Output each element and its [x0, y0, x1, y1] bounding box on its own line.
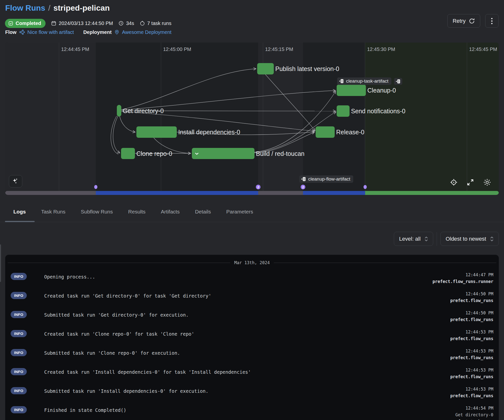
kebab-icon	[491, 18, 493, 24]
flow-link[interactable]: Nice flow with artifact	[27, 29, 74, 35]
task-node-label: Release-0	[336, 129, 364, 136]
active-tab-underline	[5, 221, 35, 222]
task-node-build-red-toucan[interactable]	[192, 148, 254, 159]
log-meta: 12:44:50 PMprefect.flow_runs	[450, 310, 493, 322]
breadcrumb: Flow Runs / striped-pelican	[5, 3, 110, 13]
tab-results[interactable]: Results	[128, 204, 146, 219]
log-row[interactable]: INFOCreated task run 'Clone repo-0' for …	[5, 329, 499, 341]
log-timestamp: 12:44:53 PM	[450, 329, 493, 334]
task-node-install-dependencies[interactable]	[136, 126, 177, 138]
tab-subflow-runs[interactable]: Subflow Runs	[80, 204, 113, 219]
log-meta: 12:44:53 PMprefect.flow_runs	[450, 329, 493, 341]
sparkles-button[interactable]	[9, 175, 22, 187]
level-filter-select[interactable]: Level: all	[394, 232, 433, 246]
timeline-tick-label: 12:45:00 PM	[163, 47, 191, 52]
scrollbar-fragment[interactable]	[0, 244, 1, 282]
scrubber-segment[interactable]	[365, 191, 499, 195]
event-marker[interactable]: 2	[301, 185, 305, 189]
chevron-down-icon[interactable]	[194, 151, 200, 157]
recenter-icon[interactable]	[450, 178, 458, 186]
tab-logs[interactable]: Logs	[13, 204, 26, 219]
event-marker[interactable]: 2	[256, 185, 261, 189]
artifact-badge-cleanup-task-artifact[interactable]: cleanup-task-artifact	[337, 77, 391, 85]
event-marker[interactable]	[94, 185, 98, 189]
log-logger-name: prefect.flow_runs	[450, 317, 493, 322]
task-node-get-directory[interactable]	[117, 105, 121, 117]
tab-task-runs[interactable]: Task Runs	[41, 204, 66, 219]
log-level-badge: INFO	[11, 330, 27, 337]
chevron-updown-icon	[490, 236, 494, 241]
task-run-graph[interactable]: 12:44:45 PM12:45:00 PM12:45:15 PM12:45:3…	[5, 43, 499, 195]
log-row[interactable]: INFOOpening process...12:44:47 PMprefect…	[5, 272, 499, 284]
kebab-menu-button[interactable]	[485, 14, 499, 28]
log-meta: 12:44:53 PMprefect.flow_runs	[450, 387, 493, 398]
retry-button[interactable]: Retry	[447, 14, 480, 28]
timeline-gridline	[161, 43, 161, 191]
task-node-send-notifications[interactable]	[337, 105, 350, 117]
task-node-release[interactable]	[316, 126, 335, 138]
task-node-clone-repo[interactable]	[121, 148, 135, 159]
log-row[interactable]: INFOFinished in state Completed()12:44:5…	[5, 406, 499, 420]
log-list[interactable]: Mar 13th, 2024 INFOOpening process...12:…	[5, 255, 499, 420]
artifact-icon	[301, 177, 306, 182]
log-timestamp: 12:44:53 PM	[450, 349, 493, 353]
log-logger-name: prefect.flow_runs.runner	[432, 279, 493, 284]
fullscreen-icon[interactable]	[467, 179, 474, 186]
log-row[interactable]: INFOSubmitted task run 'Get directory-0'…	[5, 310, 499, 322]
duration: 34s	[118, 21, 134, 26]
timeline-band	[5, 43, 96, 191]
log-meta: 12:44:47 PMprefect.flow_runs.runner	[432, 272, 493, 284]
artifact-label: cleanup-task-artifact	[346, 78, 388, 84]
log-row[interactable]: INFOCreated task run 'Install dependenci…	[5, 368, 499, 379]
log-timestamp: 12:44:53 PM	[450, 368, 493, 373]
status-badge[interactable]: Completed	[5, 19, 46, 28]
log-row[interactable]: INFOCreated task run 'Get directory-0' f…	[5, 291, 499, 303]
timeline-gridline	[467, 43, 467, 191]
log-task-name: Get directory-0	[450, 412, 493, 417]
task-node-label: Cleanup-0	[367, 87, 396, 94]
log-timestamp: 12:44:47 PM	[432, 272, 493, 277]
scrubber-segment[interactable]	[5, 191, 96, 195]
log-logger-name: prefect.flow_runs	[450, 393, 493, 398]
timeline-scrubber[interactable]	[5, 191, 499, 195]
tab-details[interactable]: Details	[195, 204, 211, 219]
task-node-label: Install dependencies-0	[178, 129, 240, 136]
start-datetime: 2024/03/13 12:44:50 PM	[51, 21, 113, 26]
artifact-badge-cleanup-flow-artifact[interactable]: cleanup-flow-artifact	[299, 175, 353, 183]
log-level-badge: INFO	[11, 387, 27, 394]
sort-order-select[interactable]: Oldest to newest	[440, 232, 499, 246]
breadcrumb-flow-runs-link[interactable]: Flow Runs	[5, 3, 45, 13]
log-meta: 12:44:50 PMprefect.flow_runs	[450, 291, 493, 303]
log-meta: 12:44:53 PMprefect.flow_runs	[450, 349, 493, 360]
task-node-label: Clone repo-0	[136, 150, 172, 157]
tabs-divider	[0, 222, 504, 222]
deployment-label: Deployment	[83, 29, 111, 35]
scrubber-segment[interactable]	[258, 191, 303, 195]
event-marker[interactable]	[364, 185, 367, 189]
log-timestamp: 12:44:53 PM	[450, 387, 493, 392]
tab-parameters[interactable]: Parameters	[226, 204, 254, 219]
task-node-cleanup[interactable]	[337, 85, 366, 96]
log-logger-name: prefect.flow_runs	[450, 336, 493, 341]
tab-artifacts[interactable]: Artifacts	[160, 204, 180, 219]
deployment-pin-icon	[114, 29, 120, 35]
artifact-icon	[339, 79, 344, 84]
settings-gear-icon[interactable]	[483, 178, 491, 187]
scrubber-segment[interactable]	[96, 191, 258, 195]
task-runs-icon	[140, 21, 145, 26]
task-node-publish-latest[interactable]	[257, 63, 274, 74]
task-run-count: 7 task runs	[140, 21, 172, 26]
log-meta: 12:44:54 PMGet directory-0prefect.task_r…	[450, 406, 493, 420]
log-level-badge: INFO	[11, 406, 27, 413]
timeline-tick-label: 12:45:15 PM	[265, 47, 293, 52]
timeline-band	[365, 43, 499, 191]
deployment-link[interactable]: Awesome Deployment	[122, 29, 172, 35]
log-logger-name: prefect.flow_runs	[450, 374, 493, 379]
task-node-label: Publish latest version-0	[275, 65, 339, 72]
scrubber-segment[interactable]	[303, 191, 365, 195]
log-timestamp: 12:44:54 PM	[450, 406, 493, 411]
artifact-badge[interactable]	[394, 78, 402, 85]
log-logger-name: prefect.task_runs	[450, 419, 493, 420]
log-row[interactable]: INFOSubmitted task run 'Install dependen…	[5, 387, 499, 398]
log-row[interactable]: INFOSubmitted task run 'Clone repo-0' fo…	[5, 349, 499, 360]
